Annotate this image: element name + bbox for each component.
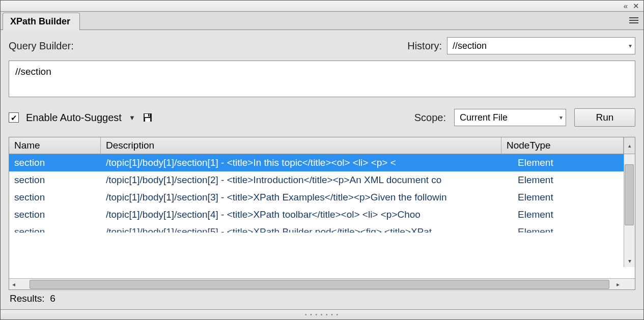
cell-name: section: [9, 171, 101, 189]
auto-suggest-options-dropdown[interactable]: ▼: [129, 114, 135, 122]
svg-rect-3: [148, 114, 149, 117]
close-icon[interactable]: ✕: [633, 2, 639, 10]
cell-nodetype: Element: [513, 154, 635, 171]
table-row[interactable]: section /topic[1]/body[1]/section[1] - <…: [9, 154, 635, 171]
svg-rect-2: [145, 118, 150, 122]
cell-name: section: [9, 206, 101, 223]
cell-description: /topic[1]/body[1]/section[3] - <title>XP…: [101, 189, 513, 206]
horizontal-scrollbar[interactable]: ◂ ▸: [9, 278, 635, 289]
query-input[interactable]: //section: [9, 61, 635, 97]
tab-xpath-builder[interactable]: XPath Builder: [3, 13, 80, 30]
cell-description: /topic[1]/body[1]/section[1] - <title>In…: [101, 154, 513, 171]
table-row[interactable]: section /topic[1]/body[1]/section[2] - <…: [9, 171, 635, 189]
status-bar: • • • • • • •: [1, 309, 643, 319]
history-label: History:: [407, 40, 442, 52]
cell-nodetype: Element: [513, 206, 635, 223]
table-body: section /topic[1]/body[1]/section[1] - <…: [9, 154, 635, 278]
query-builder-label: Query Builder:: [9, 40, 74, 52]
resize-grip-icon[interactable]: • • • • • • •: [305, 312, 339, 317]
results-value: 6: [50, 293, 55, 304]
history-dropdown[interactable]: //section ▾: [447, 37, 635, 54]
run-label: Run: [596, 112, 614, 123]
vertical-scrollbar[interactable]: ▾: [624, 154, 635, 267]
save-icon[interactable]: [143, 112, 153, 123]
table-row[interactable]: section /topic[1]/body[1]/section[5] - <…: [9, 223, 635, 232]
table-row[interactable]: section /topic[1]/body[1]/section[4] - <…: [9, 206, 635, 223]
auto-suggest-label: Enable Auto-Suggest: [26, 112, 122, 124]
cell-nodetype: Element: [513, 223, 635, 232]
table-row[interactable]: section /topic[1]/body[1]/section[3] - <…: [9, 189, 635, 206]
tab-label: XPath Builder: [10, 16, 70, 26]
scroll-up-button[interactable]: ▴: [624, 137, 635, 154]
window-titlebar: « ✕: [1, 1, 643, 12]
hamburger-icon: [629, 17, 638, 23]
results-count: Results: 6: [9, 290, 635, 304]
cell-name: section: [9, 189, 101, 206]
tab-bar: XPath Builder: [1, 12, 643, 30]
col-description[interactable]: Description: [101, 137, 501, 154]
scroll-left-button[interactable]: ◂: [9, 281, 18, 288]
col-nodetype[interactable]: NodeType: [501, 137, 624, 154]
chevron-down-icon: ▾: [629, 42, 632, 49]
vertical-scroll-thumb[interactable]: [625, 164, 634, 225]
cell-name: section: [9, 154, 101, 171]
col-name[interactable]: Name: [9, 137, 101, 154]
collapse-icon[interactable]: «: [624, 2, 628, 10]
auto-suggest-checkbox[interactable]: ✔: [9, 112, 19, 123]
scroll-down-button[interactable]: ▾: [628, 256, 631, 266]
scope-value: Current File: [460, 112, 508, 123]
history-value: //section: [453, 41, 487, 51]
run-button[interactable]: Run: [574, 108, 635, 127]
main-panel: Query Builder: History: //section ▾ //se…: [1, 30, 643, 309]
chevron-down-icon: ▾: [559, 114, 563, 121]
scope-label: Scope:: [414, 112, 446, 124]
cell-name: section: [9, 223, 101, 232]
cell-nodetype: Element: [513, 171, 635, 189]
cell-nodetype: Element: [513, 189, 635, 206]
scope-dropdown[interactable]: Current File ▾: [454, 109, 566, 126]
table-header: Name Description NodeType ▴: [9, 137, 635, 154]
results-table: Name Description NodeType ▴ section /top…: [9, 137, 635, 290]
scroll-right-button[interactable]: ▸: [613, 281, 623, 288]
horizontal-scroll-thumb[interactable]: [30, 280, 609, 289]
xpath-builder-window: « ✕ XPath Builder Query Builder: History…: [0, 0, 644, 320]
cell-description: /topic[1]/body[1]/section[2] - <title>In…: [101, 171, 513, 189]
results-label: Results:: [10, 293, 45, 304]
cell-description: /topic[1]/body[1]/section[5] - <title>XP…: [101, 223, 513, 232]
cell-description: /topic[1]/body[1]/section[4] - <title>XP…: [101, 206, 513, 223]
panel-menu-button[interactable]: [627, 14, 640, 26]
query-value: //section: [15, 66, 51, 77]
